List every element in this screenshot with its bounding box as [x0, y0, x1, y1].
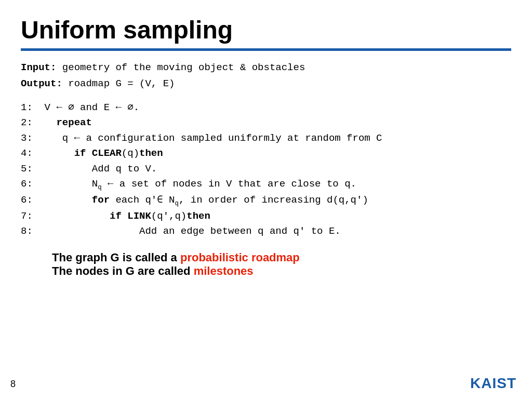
slide-container: Uniform sampling Input: geometry of the … [0, 0, 532, 399]
summary-line-2: The nodes in G are called milestones [52, 264, 511, 278]
content-area: Input: geometry of the moving object & o… [21, 60, 511, 240]
kaist-logo: KAIST [470, 375, 516, 392]
summary-2-red: milestones [194, 264, 254, 277]
kaist-logo-text: KAIST [470, 375, 516, 392]
algo-line-1: 1: V ← ∅ and E ← ∅. [21, 100, 511, 115]
algo-line-3: 3: q ← a configuration sampled uniformly… [21, 131, 511, 146]
algo-line-4: 4: if CLEAR(q)then [21, 146, 511, 161]
input-line: Input: geometry of the moving object & o… [21, 60, 511, 75]
title-divider [21, 48, 511, 51]
algo-line-6b: 6: for each q′∈ Nq, in order of increasi… [21, 193, 511, 209]
output-value: roadmap G = (V, E) [62, 78, 175, 89]
algo-line-6a: 6: Nq ← a set of nodes in V that are clo… [21, 177, 511, 193]
page-number: 8 [10, 379, 16, 390]
summary-1-red: probabilistic roadmap [180, 251, 300, 264]
algo-line-5: 5: Add q to V. [21, 162, 511, 177]
algo-line-7: 7: if LINK(q′,q)then [21, 209, 511, 224]
summary-line-1: The graph G is called a probabilistic ro… [52, 251, 511, 264]
algo-line-8: 8: Add an edge between q and q′ to E. [21, 224, 511, 239]
algo-line-2: 2: repeat [21, 115, 511, 130]
output-label: Output: [21, 78, 62, 89]
summary-1-black: The graph G is called a [52, 251, 180, 264]
summary-block: The graph G is called a probabilistic ro… [21, 251, 511, 278]
algorithm-block: 1: V ← ∅ and E ← ∅. 2: repeat 3: q ← a c… [21, 100, 511, 240]
output-line: Output: roadmap G = (V, E) [21, 76, 511, 91]
input-label: Input: [21, 62, 56, 73]
slide-title: Uniform sampling [21, 16, 511, 44]
input-value: geometry of the moving object & obstacle… [56, 62, 305, 73]
summary-2-black: The nodes in G are called [52, 264, 194, 277]
